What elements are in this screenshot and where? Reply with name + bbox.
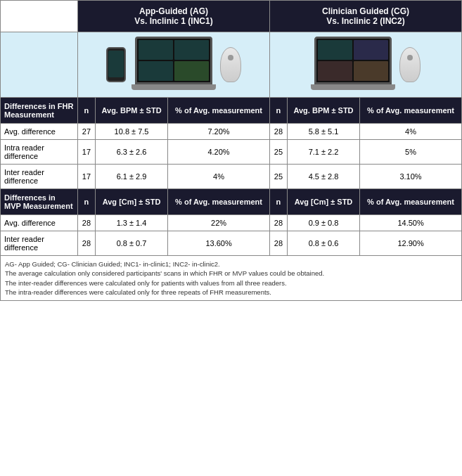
mvp-row0-n1: 28 (78, 215, 96, 231)
mvp-row1-label: Inter reader difference (1, 231, 78, 256)
mvp-row0-n2: 28 (269, 215, 287, 231)
fhr-row2-n2: 25 (269, 165, 287, 189)
footer-line-0: AG- App Guided; CG- Clinician Guided; IN… (5, 259, 457, 269)
mvp-row0-bpm2: 0.9 ± 0.8 (287, 215, 359, 231)
fhr-row2-pct1: 4% (168, 165, 270, 189)
mvp-row0-pct2: 14.50% (360, 215, 462, 231)
mvp-pct2-header: % of Avg. measurement (360, 189, 462, 215)
mvp-row-1: Inter reader difference 28 0.8 ± 0.7 13.… (1, 231, 462, 256)
corner-cell (1, 1, 78, 32)
fhr-row0-bpm2: 5.8 ± 5.1 (287, 124, 359, 140)
cg-image-cell (269, 32, 461, 98)
image-corner (1, 32, 78, 98)
mvp-n2-header: n (269, 189, 287, 215)
mvp-label: Differences in MVP Measurement (1, 189, 78, 215)
mvp-n1-header: n (78, 189, 96, 215)
mvp-row1-bpm2: 0.8 ± 0.6 (287, 231, 359, 256)
fhr-row0-pct2: 4% (360, 124, 462, 140)
speaker-icon-ag (220, 47, 241, 82)
footer-line-2: The inter-reader differences were calcul… (5, 278, 457, 288)
fhr-row1-pct2: 5% (360, 140, 462, 165)
fhr-row-0: Avg. difference 27 10.8 ± 7.5 7.20% 28 5… (1, 124, 462, 140)
fhr-row1-bpm1: 6.3 ± 2.6 (95, 140, 167, 165)
cg-header: Clinician Guided (CG) Vs. Inclinic 2 (IN… (269, 1, 461, 32)
mvp-row0-label: Avg. difference (1, 215, 78, 231)
footer-row: AG- App Guided; CG- Clinician Guided; IN… (1, 256, 462, 301)
fhr-row2-n1: 17 (78, 165, 96, 189)
fhr-row1-pct1: 4.20% (168, 140, 270, 165)
mvp-row1-pct1: 13.60% (168, 231, 270, 256)
table-header-row: App-Guided (AG) Vs. Inclinic 1 (INC1) Cl… (1, 1, 462, 32)
fhr-bpm2-header: Avg. BPM ± STD (287, 98, 359, 124)
ag-image-cell (78, 32, 270, 98)
mvp-row1-pct2: 12.90% (360, 231, 462, 256)
fhr-section-header: Differences in FHR Measurement n Avg. BP… (1, 98, 462, 124)
phone-icon (106, 47, 126, 82)
laptop-icon-cg (311, 37, 395, 93)
fhr-row-2: Inter reader difference 17 6.1 ± 2.9 4% … (1, 165, 462, 189)
fhr-row0-n1: 27 (78, 124, 96, 140)
mvp-row1-n1: 28 (78, 231, 96, 256)
mvp-row1-bpm1: 0.8 ± 0.7 (95, 231, 167, 256)
fhr-label: Differences in FHR Measurement (1, 98, 78, 124)
footer-text: AG- App Guided; CG- Clinician Guided; IN… (1, 256, 462, 301)
fhr-row0-n2: 28 (269, 124, 287, 140)
mvp-row0-pct1: 22% (168, 215, 270, 231)
ag-header: App-Guided (AG) Vs. Inclinic 1 (INC1) (78, 1, 270, 32)
mvp-bpm1-header: Avg [Cm] ± STD (95, 189, 167, 215)
fhr-row1-n1: 17 (78, 140, 96, 165)
fhr-bpm1-header: Avg. BPM ± STD (95, 98, 167, 124)
fhr-row2-label: Inter reader difference (1, 165, 78, 189)
fhr-row-1: Intra reader difference 17 6.3 ± 2.6 4.2… (1, 140, 462, 165)
fhr-row1-label: Intra reader difference (1, 140, 78, 165)
fhr-row0-bpm1: 10.8 ± 7.5 (95, 124, 167, 140)
speaker-icon-cg (399, 47, 421, 82)
image-row (1, 32, 462, 98)
footer-line-1: The average calculation only considered … (5, 269, 457, 278)
mvp-row0-bpm1: 1.3 ± 1.4 (95, 215, 167, 231)
fhr-row0-label: Avg. difference (1, 124, 78, 140)
fhr-row2-bpm1: 6.1 ± 2.9 (95, 165, 167, 189)
fhr-row1-bpm2: 7.1 ± 2.2 (287, 140, 359, 165)
footer-line-3: The intra-reader differences were calcul… (5, 288, 457, 297)
fhr-row0-pct1: 7.20% (168, 124, 270, 140)
laptop-icon-ag (131, 37, 216, 93)
fhr-row1-n2: 25 (269, 140, 287, 165)
mvp-pct1-header: % of Avg. measurement (168, 189, 270, 215)
mvp-section-header: Differences in MVP Measurement n Avg [Cm… (1, 189, 462, 215)
fhr-pct1-header: % of Avg. measurement (168, 98, 270, 124)
fhr-n1-header: n (78, 98, 96, 124)
fhr-row2-pct2: 3.10% (360, 165, 462, 189)
fhr-pct2-header: % of Avg. measurement (360, 98, 462, 124)
mvp-bpm2-header: Avg [Cm] ± STD (287, 189, 359, 215)
fhr-row2-bpm2: 4.5 ± 2.8 (287, 165, 359, 189)
fhr-n2-header: n (269, 98, 287, 124)
mvp-row-0: Avg. difference 28 1.3 ± 1.4 22% 28 0.9 … (1, 215, 462, 231)
mvp-row1-n2: 28 (269, 231, 287, 256)
